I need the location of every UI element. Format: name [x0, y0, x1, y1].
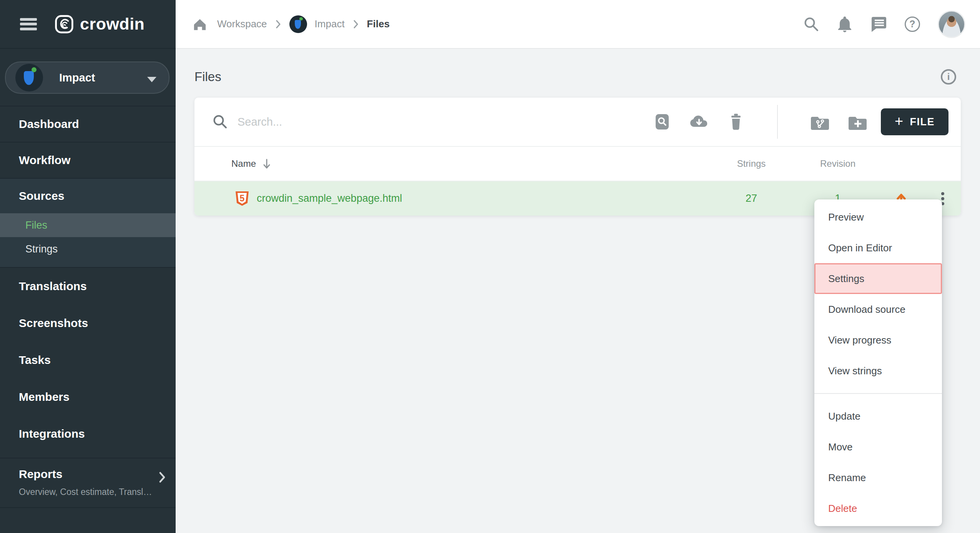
sidebar-section-sources: Sources Files Strings	[0, 179, 176, 268]
sidebar-item-dashboard[interactable]: Dashboard	[0, 106, 176, 143]
add-file-button-label: FILE	[910, 116, 935, 128]
search-input[interactable]	[238, 116, 653, 128]
sort-descending-icon	[262, 158, 271, 169]
help-icon[interactable]: ?	[905, 17, 920, 32]
sidebar-item-screenshots[interactable]: Screenshots	[0, 305, 176, 342]
project-avatar	[15, 64, 43, 91]
sidebar-item-translations[interactable]: Translations	[0, 268, 176, 305]
breadcrumb-impact[interactable]: Impact	[315, 18, 345, 30]
breadcrumb-project-avatar	[289, 15, 307, 33]
chevron-right-icon	[159, 472, 166, 483]
menu-item-rename[interactable]: Rename	[814, 462, 942, 493]
hamburger-menu-icon[interactable]	[20, 18, 37, 30]
page-header: Files i	[194, 49, 956, 98]
project-name: Impact	[59, 71, 95, 84]
topbar: Workspace Impact Files ?	[176, 0, 980, 49]
sidebar-header: crowdin	[0, 0, 176, 49]
menu-item-update[interactable]: Update	[814, 401, 942, 432]
menu-item-view-strings[interactable]: View strings	[814, 355, 942, 386]
chevron-right-icon	[276, 20, 281, 29]
project-selector-wrap: Impact	[0, 49, 176, 106]
new-folder-icon[interactable]	[848, 113, 867, 130]
plus-icon: +	[895, 114, 904, 128]
menu-item-download-source[interactable]: Download source	[814, 294, 942, 325]
notifications-bell-icon[interactable]	[837, 16, 852, 32]
project-selector[interactable]: Impact	[5, 61, 169, 94]
menu-item-move[interactable]: Move	[814, 432, 942, 462]
sidebar-item-members[interactable]: Members	[0, 379, 176, 415]
sidebar-item-reports[interactable]: Reports Overview, Cost estimate, Transl…	[0, 458, 176, 508]
menu-item-delete[interactable]: Delete	[814, 493, 942, 524]
branch-folder-icon[interactable]	[810, 113, 829, 130]
menu-divider	[814, 393, 942, 394]
file-context-menu: Preview Open in Editor Settings Download…	[814, 199, 942, 526]
search-icon[interactable]	[803, 16, 819, 32]
menu-item-open-in-editor[interactable]: Open in Editor	[814, 232, 942, 263]
info-icon[interactable]: i	[941, 69, 956, 85]
user-avatar[interactable]	[938, 10, 965, 38]
file-strings-count: 27	[713, 193, 790, 204]
crowdin-logo[interactable]: crowdin	[55, 15, 145, 34]
crowdin-logo-text: crowdin	[80, 15, 145, 33]
messages-chat-icon[interactable]	[870, 16, 887, 32]
file-name[interactable]: crowdin_sample_webpage.html	[257, 193, 402, 204]
reports-subtitle: Overview, Cost estimate, Transl…	[19, 487, 166, 497]
sidebar: crowdin Impact Dashboard Workflow Source…	[0, 0, 176, 533]
files-card: + FILE Name Strings Revision 5 crowdin_s…	[194, 98, 961, 216]
sidebar-item-files[interactable]: Files	[0, 213, 176, 237]
advanced-search-icon[interactable]	[653, 113, 671, 131]
column-header-revision[interactable]: Revision	[790, 158, 885, 169]
page-title: Files	[194, 70, 221, 84]
toolbar-actions	[653, 105, 867, 139]
sidebar-nav: Dashboard Workflow Sources Files Strings…	[0, 106, 176, 508]
html5-file-icon: 5	[236, 191, 249, 206]
reports-label: Reports	[19, 468, 62, 481]
menu-item-view-progress[interactable]: View progress	[814, 325, 942, 355]
menu-item-settings[interactable]: Settings	[814, 263, 942, 294]
breadcrumb-files: Files	[367, 18, 390, 30]
sidebar-item-integrations[interactable]: Integrations	[0, 415, 176, 452]
breadcrumb: Workspace Impact Files	[193, 15, 390, 33]
add-file-button[interactable]: + FILE	[881, 108, 948, 135]
topbar-icons: ?	[803, 10, 965, 38]
chevron-right-icon	[353, 20, 359, 29]
search-icon	[212, 114, 228, 130]
files-toolbar: + FILE	[194, 98, 961, 147]
delete-trash-icon[interactable]	[727, 113, 745, 131]
crowdin-logo-icon	[55, 15, 74, 34]
column-header-strings[interactable]: Strings	[713, 158, 790, 169]
sidebar-item-tasks[interactable]: Tasks	[0, 342, 176, 379]
home-icon[interactable]	[193, 17, 207, 31]
file-name-cell: 5 crowdin_sample_webpage.html	[194, 191, 713, 206]
menu-item-preview[interactable]: Preview	[814, 202, 942, 232]
caret-down-icon	[147, 77, 156, 82]
sidebar-item-workflow[interactable]: Workflow	[0, 143, 176, 179]
table-header: Name Strings Revision	[194, 147, 961, 181]
column-header-name[interactable]: Name	[194, 158, 713, 169]
sidebar-item-strings[interactable]: Strings	[0, 237, 176, 261]
toolbar-divider	[777, 105, 778, 139]
breadcrumb-workspace[interactable]: Workspace	[217, 18, 267, 30]
download-all-cloud-icon[interactable]	[689, 113, 709, 131]
sidebar-item-sources[interactable]: Sources	[0, 179, 176, 213]
